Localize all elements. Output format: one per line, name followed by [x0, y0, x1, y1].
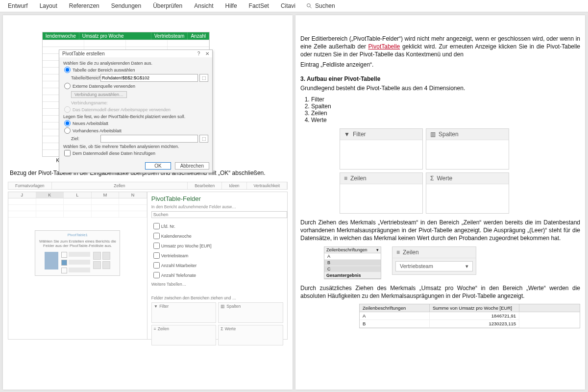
- filter-icon: ▼: [154, 304, 158, 309]
- res-h1: Zeilenbeschriftungen: [360, 304, 430, 312]
- opt-new-sheet[interactable]: Neues Arbeitsblatt: [63, 120, 208, 126]
- tab-factset[interactable]: FactSet: [243, 0, 275, 12]
- pivottable-placeholder: PivotTable1 Wählen Sie zum Erstellen ein…: [35, 230, 120, 276]
- tab-ansicht[interactable]: Ansicht: [188, 0, 219, 12]
- columns-icon: ▥: [220, 304, 225, 309]
- opt-external[interactable]: Externe Datenquelle verwenden: [63, 83, 208, 89]
- dim-spalten: Spalten: [311, 103, 580, 110]
- ss-col2: Umsatz pro Woche: [79, 32, 151, 40]
- res-h2: Summe von Umsatz pro Woche [EUR]: [430, 304, 519, 312]
- ss-col4: Anzahl: [188, 32, 209, 40]
- col-L: L: [64, 192, 92, 198]
- mini-row-a: A: [324, 253, 381, 260]
- ribbon: Entwurf Layout Referenzen Sendungen Über…: [0, 0, 588, 12]
- para-editbereich: Der Editierbereich („PivotTable-Felder“)…: [300, 35, 580, 59]
- mini-header: Zeilenbeschriftungen: [326, 247, 368, 252]
- pivottable-fields-pane: PivotTable-Felder In den Bericht aufzune…: [147, 192, 287, 339]
- field-0[interactable]: Lfd. Nr.: [151, 221, 283, 231]
- col-J: J: [8, 192, 36, 198]
- location-picker-icon[interactable]: ⬚: [199, 135, 208, 143]
- search-icon: [306, 3, 312, 9]
- svg-point-0: [307, 4, 310, 7]
- dz-filter[interactable]: ▼Filter: [151, 302, 217, 323]
- ok-button[interactable]: OK: [145, 162, 171, 170]
- svg-line-1: [310, 7, 311, 8]
- tab-citavi[interactable]: Citavi: [275, 0, 301, 12]
- field-1[interactable]: Kalenderwoche: [151, 231, 283, 241]
- area-rows[interactable]: ≡Zeilen: [340, 172, 423, 214]
- help-icon[interactable]: ?: [197, 51, 200, 56]
- radio-external[interactable]: [64, 83, 71, 89]
- drag-hint: Felder zwischen den Bereichen ziehen und…: [151, 295, 283, 300]
- ribbon-search-label: Suchen: [315, 2, 335, 9]
- tab-referenzen[interactable]: Referenzen: [63, 0, 105, 12]
- grp-edit: Bearbeiten: [188, 182, 222, 189]
- tab-layout[interactable]: Layout: [34, 0, 63, 12]
- rows-icon: ≡: [344, 175, 347, 182]
- dlg-section2: Legen Sie fest, wo der PivotTable-Berich…: [63, 114, 208, 119]
- rows-icon: ≡: [396, 249, 400, 256]
- para-ziehen-zeilen: Durch Ziehen des Merkmals „Vertriebsteam…: [300, 219, 580, 243]
- col-M: M: [92, 192, 120, 198]
- heading-aufbau: 3. Aufbau einer Pivot-Tabelle: [300, 75, 580, 82]
- field-search-input[interactable]: [151, 211, 287, 218]
- field-4[interactable]: Anzahl Mitarbeiter: [151, 261, 283, 270]
- grp-ideas: Ideen: [222, 182, 246, 189]
- field-5[interactable]: Anzahl Telefonate: [151, 270, 283, 280]
- opt-add-to-model[interactable]: Dem Datenmodell diese Daten hinzufügen: [63, 150, 208, 156]
- choose-connection-button[interactable]: Verbindung auswählen…: [71, 91, 127, 98]
- field-chip-vertriebsteam[interactable]: Vertriebsteam▾: [395, 261, 473, 271]
- opt-table-range[interactable]: Tabelle oder Bereich auswählen: [63, 67, 208, 73]
- opt-datamodel[interactable]: Das Datenmodell dieser Arbeitsmappe verw…: [63, 106, 208, 113]
- tab-ueberpruefen[interactable]: Überprüfen: [147, 0, 188, 12]
- mini-total: Gesamtergebnis: [324, 272, 381, 279]
- mini-row-b: B: [324, 260, 381, 266]
- pivot-areas-diagram: ▼Filter ▥Spalten ≡Zeilen ΣWerte: [340, 128, 580, 214]
- dim-werte: Werte: [311, 117, 580, 123]
- cancel-button[interactable]: Abbrechen: [175, 162, 209, 170]
- location-label: Ziel:: [71, 136, 100, 141]
- tab-entwurf[interactable]: Entwurf: [2, 0, 34, 12]
- grp-styles: Formatvorlagen: [8, 182, 52, 189]
- area-values[interactable]: ΣWerte: [426, 172, 509, 214]
- page-left: lendemwoche Umsatz pro Woche Vertriebste…: [3, 15, 293, 390]
- range-input[interactable]: [100, 74, 198, 82]
- area-columns[interactable]: ▥Spalten: [426, 128, 509, 170]
- res-b-val: 1230223,115: [430, 320, 519, 328]
- tab-sendungen[interactable]: Sendungen: [105, 0, 147, 12]
- radio-newsheet[interactable]: [64, 120, 71, 126]
- ribbon-search[interactable]: Suchen: [301, 2, 340, 9]
- range-picker-icon[interactable]: ⬚: [199, 74, 208, 82]
- dialog-title: PivotTable erstellen: [62, 51, 105, 56]
- field-3[interactable]: Vertriebsteam: [151, 251, 283, 260]
- area-filter[interactable]: ▼Filter: [340, 128, 423, 170]
- checkbox-addmodel[interactable]: [64, 150, 71, 156]
- radio-existing[interactable]: [64, 127, 71, 134]
- dz-values[interactable]: ΣWerte: [218, 325, 283, 345]
- page-right: Der Editierbereich („PivotTable-Felder“)…: [295, 15, 585, 390]
- location-input[interactable]: [100, 135, 198, 143]
- radio-table[interactable]: [64, 67, 71, 73]
- field-2[interactable]: Umsatz pro Woche [EUR]: [151, 241, 283, 250]
- opt-existing-sheet[interactable]: Vorhandenes Arbeitsblatt: [63, 127, 208, 134]
- more-tables-link[interactable]: Weitere Tabellen…: [151, 282, 283, 287]
- pane-title: PivotTable-Felder: [151, 195, 283, 202]
- res-a-val: 1846721,91: [430, 312, 519, 320]
- close-icon[interactable]: ✕: [205, 51, 209, 56]
- dimensions-list: Filter Spalten Zeilen Werte: [311, 96, 580, 123]
- col-N: N: [119, 192, 147, 198]
- tab-hilfe[interactable]: Hilfe: [220, 0, 243, 12]
- rows-icon: ≡: [154, 326, 156, 331]
- dropdown-icon[interactable]: ▾: [376, 247, 379, 252]
- dlg-section1: Wählen Sie die zu analysierenden Daten a…: [63, 61, 208, 66]
- sigma-icon: Σ: [430, 175, 434, 182]
- dz-rows[interactable]: ≡Zeilen: [151, 325, 217, 345]
- ss-col1: lendemwoche: [43, 32, 79, 40]
- pt-placeholder-diagram: [38, 252, 117, 273]
- res-a-label: A: [360, 312, 430, 320]
- dz-columns[interactable]: ▥Spalten: [218, 302, 283, 323]
- chevron-down-icon: ▾: [466, 263, 468, 270]
- col-K: K: [36, 192, 64, 198]
- rows-dropzone-filled[interactable]: ≡Zeilen Vertriebsteam▾: [392, 246, 476, 275]
- sigma-icon: Σ: [220, 326, 223, 331]
